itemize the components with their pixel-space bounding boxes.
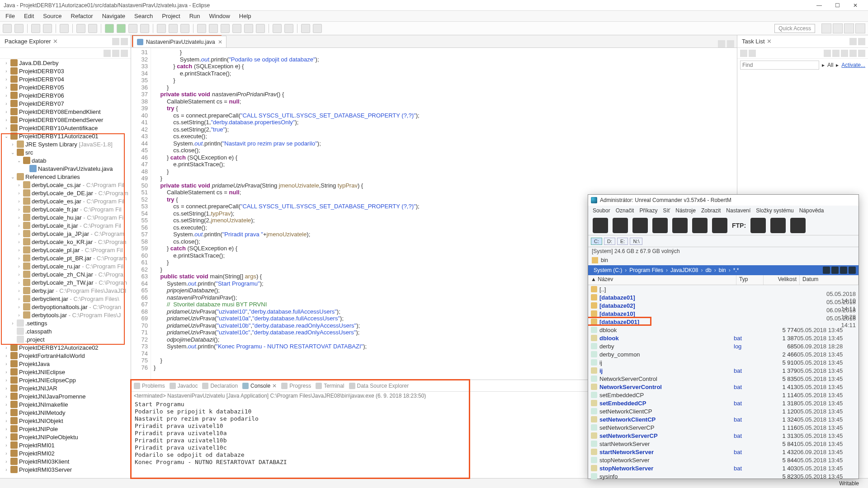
toolbar-button[interactable] (128, 24, 137, 33)
tree-item[interactable]: ›derbyLocale_ru.jar - C:\Program Fil (0, 262, 131, 270)
minimize-view-icon[interactable] (112, 38, 119, 45)
tree-item[interactable]: ›ProjektDERBY05 (0, 83, 131, 91)
favorite-icon[interactable] (652, 218, 668, 233)
perspective-button[interactable] (821, 23, 831, 33)
tree-item[interactable]: ›derbyLocale_zh_TW.jar - C:\Progran (0, 278, 131, 286)
tree-item[interactable]: ›derbyLocale_cs.jar - C:\Program Fil (0, 181, 131, 189)
collapse-all-icon[interactable] (104, 50, 111, 57)
file-row[interactable]: [databazeD01]05.05.2018 14:11 (588, 318, 859, 326)
minimize-icon[interactable] (849, 38, 857, 45)
tree-item[interactable]: ›ProjektJNIEclipse (0, 368, 131, 376)
tree-item[interactable]: ›ProjektDERBY07 (0, 99, 131, 108)
tree-item[interactable]: ›ProjektDERBY03 (0, 67, 131, 75)
maximize-icon[interactable] (727, 40, 734, 47)
file-row[interactable]: ij5 91005.05.2018 13:45 (588, 358, 859, 366)
tree-item[interactable]: ⌄Referenced Libraries (0, 173, 131, 181)
menu-help[interactable]: Help (236, 12, 255, 20)
tab-terminal[interactable]: Terminal (316, 383, 344, 389)
cm-menu-slozky[interactable]: Složky systému (754, 207, 795, 214)
perspective-cpp[interactable] (844, 23, 854, 33)
tree-item[interactable]: ›derbyLocale_pl.jar - C:\Program Fil (0, 246, 131, 254)
tree-item[interactable]: ›ProjektDERBY04 (0, 75, 131, 83)
close-tab-icon[interactable]: ✕ (218, 39, 222, 45)
drive-c[interactable]: C: (591, 238, 602, 245)
tree-item[interactable]: ›Java.DB.Derby (0, 59, 131, 67)
breadcrumb-btn[interactable] (831, 267, 839, 274)
cm-menu-soubor[interactable]: Soubor (591, 207, 612, 214)
tab-data-source-explorer[interactable]: Data Source Explorer (349, 383, 409, 389)
tree-item[interactable]: ›ProjektJNIPoleObjektu (0, 433, 131, 441)
breadcrumb-btn[interactable] (840, 267, 847, 274)
tree-item[interactable]: ›derbyLocale_hu.jar - C:\Program Fi (0, 213, 131, 221)
tree-item[interactable]: ›ProjektDERBY08EmbendServer (0, 116, 131, 124)
tab-progress[interactable]: Progress (281, 383, 311, 389)
tree-item[interactable]: ⌄datab (0, 156, 131, 164)
refresh-icon[interactable] (593, 218, 608, 233)
ftp-label[interactable]: FTP: (732, 222, 746, 229)
tl-toolbtn[interactable] (849, 50, 857, 57)
project-tree[interactable]: ›Java.DB.Derby›ProjektDERBY03›ProjektDER… (0, 59, 131, 478)
network-icon[interactable] (750, 218, 766, 233)
file-row[interactable]: [databaze10]06.09.2018 18:28 (588, 310, 859, 318)
tree-item[interactable]: ›ProjektRMI03Klient (0, 457, 131, 465)
drive-net[interactable]: N:\ (630, 238, 642, 245)
menu-run[interactable]: Run (186, 12, 204, 20)
tree-item[interactable]: ›ProjektDERBY06 (0, 91, 131, 99)
cm-menu-zobrazit[interactable]: Zobrazit (699, 207, 722, 214)
file-row[interactable]: derby_common2 46605.05.2018 13:45 (588, 350, 859, 358)
file-row[interactable]: NetworkServerControl5 83505.05.2018 13:4… (588, 375, 859, 383)
toolbar-button[interactable] (140, 24, 149, 33)
tree-item[interactable]: ›ProjektDERBY08EmbendKlient (0, 108, 131, 116)
tree-item[interactable]: ›ProjektJNIObjekt (0, 417, 131, 425)
tree-item[interactable]: ›ProjektJNIEclipseCpp (0, 376, 131, 384)
cm-menu-sit[interactable]: Síť (661, 207, 672, 214)
file-row[interactable]: derbylog68506.09.2018 18:28 (588, 342, 859, 350)
tree-item[interactable]: NastaveniPravUzivatelu.java (0, 164, 131, 173)
toolbar-button[interactable] (157, 24, 166, 33)
file-list[interactable]: [..][databaze01]05.05.2018 14:10[databaz… (588, 285, 859, 480)
folder-icon[interactable] (790, 218, 806, 233)
tl-toolbtn[interactable] (824, 50, 831, 57)
minimize-button[interactable]: — (810, 0, 828, 11)
tree-item[interactable]: ›ProjektJNIMetody (0, 408, 131, 417)
file-row[interactable]: ijbat1 37905.05.2018 13:45 (588, 366, 859, 375)
view-icon[interactable] (613, 218, 628, 233)
tree-item[interactable]: ›ProjektRMI01 (0, 441, 131, 449)
perspective-java[interactable] (833, 23, 843, 33)
file-row[interactable]: [databaze01]05.05.2018 14:10 (588, 293, 859, 301)
file-row[interactable]: [..] (588, 285, 859, 293)
menu-search[interactable]: Search (131, 12, 156, 20)
tree-item[interactable]: ›derbyLocale_pt_BR.jar - C:\Program (0, 254, 131, 262)
tab-console[interactable]: Console ✕ (242, 383, 277, 389)
tree-item[interactable]: ›derbyoptionaltools.jar - C:\Progran (0, 303, 131, 311)
toolbar-button[interactable] (221, 24, 230, 33)
forward-icon[interactable] (692, 218, 708, 233)
toolbar-button[interactable] (209, 24, 218, 33)
file-row[interactable]: setEmbeddedCPbat1 31805.05.2018 13:45 (588, 399, 859, 407)
view-menu-icon[interactable] (121, 50, 128, 57)
tree-item[interactable]: .classpath (0, 327, 131, 335)
tasklist-activate[interactable]: Activate... (841, 62, 865, 68)
tree-item[interactable]: ›derbyLocale_zh_CN.jar - C:\Progra (0, 270, 131, 278)
file-row[interactable]: stopNetworkServerbat1 40305.05.2018 13:4… (588, 464, 859, 472)
run-button[interactable] (117, 24, 126, 33)
toolbar-button[interactable] (180, 24, 189, 33)
file-row[interactable]: setNetworkServerCP1 11605.05.2018 13:45 (588, 423, 859, 432)
maximize-button[interactable]: ☐ (828, 0, 846, 11)
file-row[interactable]: setNetworkServerCPbat1 31305.05.2018 13:… (588, 432, 859, 440)
file-row[interactable]: NetworkServerControlbat1 41305.05.2018 1… (588, 383, 859, 391)
tree-item[interactable]: ›ProjektRMI03Server (0, 465, 131, 474)
tree-item[interactable]: ›ProjektJNImakefile (0, 400, 131, 408)
link-editor-icon[interactable] (112, 50, 119, 57)
file-commander-window[interactable]: Administrátor: Unreal Commander v3.57x64… (588, 194, 859, 479)
editor-tab-active[interactable]: NastaveniPravUzivatelu.java ✕ (133, 36, 226, 47)
cm-menu-prikazy[interactable]: Příkazy (637, 207, 659, 214)
toolbar-button[interactable] (284, 24, 293, 33)
file-row[interactable]: dblook5 77405.05.2018 13:45 (588, 326, 859, 334)
cm-menu-nastroje[interactable]: Nástroje (674, 207, 698, 214)
tree-item[interactable]: ›JRE System Library [JavaSE-1.8] (0, 140, 131, 148)
tree-item[interactable]: ›derbyLocale_ko_KR.jar - C:\Progran (0, 238, 131, 246)
menu-refactor[interactable]: Refactor (67, 12, 97, 20)
file-row[interactable]: dblookbat1 38705.05.2018 13:45 (588, 334, 859, 342)
file-row[interactable]: sysinfo5 82305.05.2018 13:45 (588, 472, 859, 480)
